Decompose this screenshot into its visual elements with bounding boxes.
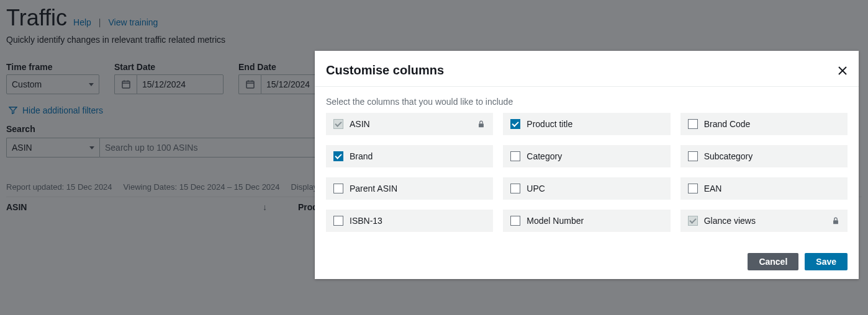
column-label: Subcategory xyxy=(704,151,753,161)
svg-rect-11 xyxy=(833,220,838,224)
column-label: ASIN xyxy=(350,119,370,129)
checkbox[interactable] xyxy=(688,184,698,193)
checkbox[interactable] xyxy=(510,216,520,226)
modal-hint: Select the columns that you would like t… xyxy=(326,97,848,107)
column-option-product-title[interactable]: Product title xyxy=(503,113,670,135)
column-option-ean[interactable]: EAN xyxy=(680,177,848,200)
column-label: Parent ASIN xyxy=(350,184,397,193)
cancel-button[interactable]: Cancel xyxy=(748,253,798,270)
column-option-brand-code[interactable]: Brand Code xyxy=(680,113,848,135)
column-option-subcategory[interactable]: Subcategory xyxy=(680,145,848,167)
column-option-parent-asin[interactable]: Parent ASIN xyxy=(326,177,493,200)
checkbox[interactable] xyxy=(510,184,520,193)
checkbox[interactable] xyxy=(333,151,343,161)
column-option-brand[interactable]: Brand xyxy=(326,145,493,167)
column-label: Model Number xyxy=(527,216,584,226)
checkbox[interactable] xyxy=(688,151,698,161)
column-label: Category xyxy=(527,151,562,161)
checkbox[interactable] xyxy=(688,119,698,129)
close-icon[interactable] xyxy=(838,66,848,76)
column-option-glance-views: Glance views xyxy=(680,210,848,232)
column-option-asin: ASIN xyxy=(326,113,493,135)
column-label: Glance views xyxy=(704,216,756,226)
column-option-upc[interactable]: UPC xyxy=(503,177,670,200)
checkbox[interactable] xyxy=(333,184,343,193)
column-label: UPC xyxy=(527,184,545,193)
customise-columns-modal: Customise columns Select the columns tha… xyxy=(315,51,859,279)
column-option-model-number[interactable]: Model Number xyxy=(503,210,670,232)
column-label: EAN xyxy=(704,184,722,193)
modal-title: Customise columns xyxy=(326,63,444,78)
checkbox[interactable] xyxy=(510,151,520,161)
column-option-category[interactable]: Category xyxy=(503,145,670,167)
checkbox xyxy=(688,216,698,226)
column-label: Brand xyxy=(350,151,373,161)
column-label: Product title xyxy=(527,119,572,129)
checkbox xyxy=(333,119,343,129)
checkbox[interactable] xyxy=(333,216,343,226)
column-option-isbn-13[interactable]: ISBN-13 xyxy=(326,210,493,232)
column-label: ISBN-13 xyxy=(350,216,382,226)
svg-rect-10 xyxy=(479,123,484,127)
column-label: Brand Code xyxy=(704,119,751,129)
checkbox[interactable] xyxy=(510,119,520,129)
save-button[interactable]: Save xyxy=(805,253,848,270)
